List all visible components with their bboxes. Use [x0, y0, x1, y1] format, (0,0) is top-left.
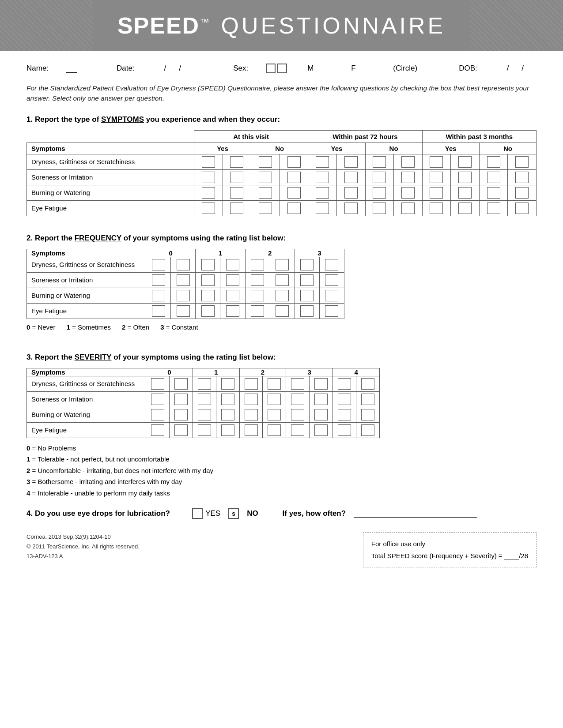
col-group-1: At this visit	[194, 130, 308, 143]
s2-symptom-2: Soreness or Irritation	[27, 272, 146, 288]
footer: Cornea. 2013 Sep;32(9):1204-10 © 2011 Te…	[26, 532, 537, 567]
s2-symptom-3: Burning or Watering	[27, 288, 146, 303]
dob-field[interactable]: / /	[495, 64, 537, 73]
sex-box-f[interactable]	[277, 64, 287, 73]
table-row: Eye Fatigue	[27, 200, 537, 216]
table-row: Soreness or Irritation	[27, 272, 344, 288]
s2-symptom-4: Eye Fatigue	[27, 303, 146, 319]
section4-header: 4. Do you use eye drops for lubrication?	[26, 509, 170, 518]
table-row: Dryness, Grittiness or Scratchiness	[27, 257, 344, 272]
table-row: Soreness or Irritation	[27, 391, 380, 407]
table-row: Eye Fatigue	[27, 303, 344, 319]
legend-0-val: = Never	[32, 323, 56, 331]
symptom-2: Soreness or Irritation	[27, 169, 194, 185]
table-row: Dryness, Grittiness or Scratchiness	[27, 154, 537, 169]
s3-symptom-2: Soreness or Irritation	[27, 391, 146, 407]
table-row: Dryness, Grittiness or Scratchiness	[27, 376, 380, 391]
section3-header: 3. Report the SEVERITY of your symptoms …	[26, 353, 537, 362]
col-group-2: Within past 72 hours	[308, 130, 422, 143]
patient-info-row: Name: Date: / / Sex: M F (Circle) DOB: /…	[26, 64, 537, 73]
symptom-4: Eye Fatigue	[27, 200, 194, 216]
s2-rating-1: 1	[196, 249, 245, 257]
symptom-3: Burning or Watering	[27, 185, 194, 200]
section1-header: 1. Report the type of SYMPTOMS you exper…	[26, 115, 537, 124]
yes-option[interactable]: YES	[192, 508, 220, 519]
legend-3-val: = Constant	[166, 323, 198, 331]
header-title: SPEED™ QUESTIONNAIRE	[117, 12, 446, 39]
legend-2-key: 2	[122, 323, 125, 331]
s2-rating-3: 3	[295, 249, 344, 257]
page: SPEED™ QUESTIONNAIRE Name: Date: / / Sex…	[0, 0, 563, 728]
s3-rating-3: 3	[286, 368, 333, 376]
total-score-label: Total SPEED score (Frequency + Severity)…	[371, 550, 528, 562]
footer-right: For office use only Total SPEED score (F…	[363, 532, 537, 567]
frequency-legend: 0 = Never 1 = Sometimes 2 = Often 3 = Co…	[26, 323, 537, 331]
trademark: ™	[200, 17, 212, 28]
section3-table: Symptoms 0 1 2 3 4 Dryness, Grittiness o…	[26, 368, 380, 438]
s3-symptoms-header: Symptoms	[27, 368, 146, 376]
office-use-label: For office use only	[371, 538, 528, 550]
table-row: Burning or Watering	[27, 288, 344, 303]
section2-table: Symptoms 0 1 2 3 Dryness, Grittiness or …	[26, 249, 344, 319]
date-label: Date:	[117, 64, 135, 73]
dob-label: DOB:	[459, 64, 477, 73]
s3-rating-4: 4	[333, 368, 380, 376]
sex-circle: (Circle)	[393, 64, 417, 73]
sex-boxes	[266, 64, 287, 73]
s3-symptom-3: Burning or Watering	[27, 407, 146, 422]
s3-symptom-1: Dryness, Grittiness or Scratchiness	[27, 376, 146, 391]
section2-header: 2. Report the FREQUENCY of your symptoms…	[26, 234, 537, 243]
s2-rating-0: 0	[146, 249, 196, 257]
title-rest: QUESTIONNAIRE	[212, 13, 446, 38]
table-row: Soreness or Irritation	[27, 169, 537, 185]
table-row: Eye Fatigue	[27, 422, 380, 438]
date-field[interactable]: / /	[152, 64, 194, 73]
name-label: Name:	[26, 64, 49, 73]
table-row: Burning or Watering	[27, 407, 380, 422]
legend-2-val: = Often	[127, 323, 149, 331]
no-col-2: No	[365, 143, 422, 154]
sex-f: F	[351, 64, 355, 73]
symptom-1: Dryness, Grittiness or Scratchiness	[27, 154, 194, 169]
col-group-3: Within past 3 months	[422, 130, 536, 143]
header-pattern-right	[470, 0, 563, 51]
table-row: Burning or Watering	[27, 185, 537, 200]
legend-1-key: 1	[66, 323, 70, 331]
sex-label: Sex:	[233, 64, 248, 73]
no-label: NO	[247, 509, 258, 518]
s2-rating-2: 2	[245, 249, 295, 257]
no-checkbox[interactable]: s	[228, 508, 239, 519]
yes-label: YES	[205, 509, 220, 518]
header: SPEED™ QUESTIONNAIRE	[0, 0, 563, 51]
citation: Cornea. 2013 Sep;32(9):1204-10	[26, 532, 140, 542]
no-col-1: No	[251, 143, 308, 154]
section4-row: 4. Do you use eye drops for lubrication?…	[26, 508, 537, 519]
form-id: 13-ADV-123 A	[26, 552, 140, 561]
speed-bold: SPEED	[117, 13, 200, 38]
s3-rating-1: 1	[193, 368, 239, 376]
s3-rating-2: 2	[239, 368, 286, 376]
yes-checkbox[interactable]	[192, 508, 203, 519]
name-field[interactable]	[66, 64, 77, 73]
s3-symptom-4: Eye Fatigue	[27, 422, 146, 438]
s3-rating-0: 0	[146, 368, 193, 376]
s2-symptoms-header: Symptoms	[27, 249, 146, 257]
section1-table: At this visit Within past 72 hours Withi…	[26, 130, 537, 216]
how-often-field[interactable]	[354, 510, 477, 518]
content: Name: Date: / / Sex: M F (Circle) DOB: /…	[0, 51, 563, 581]
header-pattern-left	[0, 0, 93, 51]
sex-m: M	[307, 64, 314, 73]
how-often-label: If yes, how often?	[283, 509, 346, 518]
copyright: © 2011 TearScience, Inc. All rights rese…	[26, 542, 140, 552]
legend-3-key: 3	[160, 323, 164, 331]
no-col-3: No	[479, 143, 536, 154]
yes-col-1: Yes	[194, 143, 251, 154]
symptoms-col-header: Symptoms	[27, 143, 194, 154]
sex-box-m[interactable]	[266, 64, 276, 73]
legend-0-key: 0	[26, 323, 30, 331]
footer-left: Cornea. 2013 Sep;32(9):1204-10 © 2011 Te…	[26, 532, 140, 561]
yes-col-2: Yes	[308, 143, 365, 154]
legend-1-val: = Sometimes	[72, 323, 111, 331]
severity-legend: 0 = No Problems 1 = Tolerable - not perf…	[26, 443, 537, 499]
instructions: For the Standardized Patient Evaluation …	[26, 83, 537, 104]
